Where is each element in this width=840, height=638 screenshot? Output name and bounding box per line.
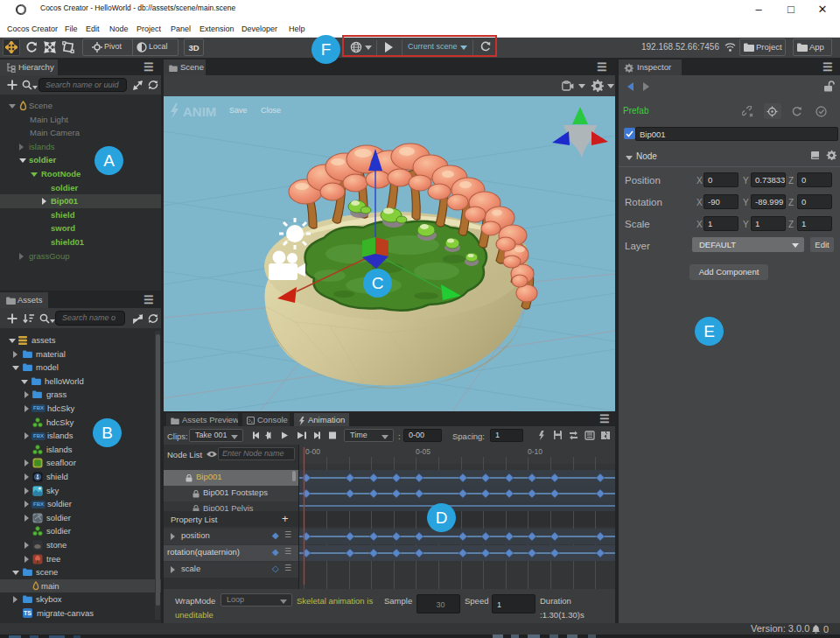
svg-text:Save: Save bbox=[229, 106, 248, 115]
svg-text:ANIM: ANIM bbox=[183, 104, 216, 119]
svg-text:Close: Close bbox=[261, 106, 281, 115]
